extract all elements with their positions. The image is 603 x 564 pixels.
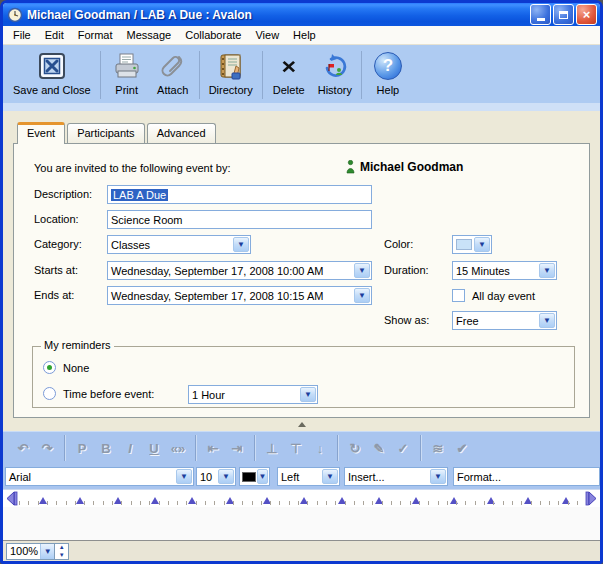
spinner-up-icon: ▲ — [55, 544, 68, 552]
tab-stop-marker[interactable] — [151, 497, 159, 504]
chevron-down-icon: ▼ — [430, 469, 446, 484]
color-select[interactable]: ▼ — [452, 235, 492, 254]
tab-strip: Event Participants Advanced — [3, 111, 600, 143]
tab-advanced[interactable]: Advanced — [147, 123, 216, 143]
tab-stop-marker[interactable] — [114, 497, 122, 504]
close-button[interactable]: × — [576, 4, 597, 25]
tab-stop-marker[interactable] — [450, 497, 458, 504]
location-label: Location: — [34, 213, 79, 225]
chevron-down-icon: ▼ — [218, 469, 234, 484]
redo-icon[interactable]: ↷ — [36, 441, 58, 456]
zoom-spinner[interactable]: ▲ ▼ — [55, 543, 69, 560]
alignment-select[interactable]: Left ▼ — [277, 467, 340, 486]
format-menu-select[interactable]: Format... — [453, 467, 600, 486]
menu-view[interactable]: View — [248, 27, 286, 43]
starts-at-select[interactable]: Wednesday, September 17, 2008 10:00 AM ▼ — [107, 261, 372, 280]
revert-icon[interactable]: ↻ — [344, 441, 366, 456]
menu-message[interactable]: Message — [120, 27, 179, 43]
italic-icon[interactable]: I — [119, 441, 141, 456]
save-and-close-button[interactable]: Save and Close — [7, 47, 97, 103]
toolbar-separator — [361, 51, 362, 99]
chevron-down-icon: ▼ — [40, 544, 54, 559]
undo-icon[interactable]: ↶ — [12, 441, 34, 456]
reminder-time-radio[interactable] — [43, 387, 56, 400]
directory-button[interactable]: Directory — [203, 47, 259, 103]
tab-stop-marker[interactable] — [562, 497, 570, 504]
tab-stop-marker[interactable] — [524, 497, 532, 504]
history-button[interactable]: History — [312, 47, 358, 103]
tab-stop-marker[interactable] — [76, 497, 84, 504]
menu-file[interactable]: File — [6, 27, 38, 43]
tab-stop-marker[interactable] — [338, 497, 346, 504]
tab-stop-marker[interactable] — [188, 497, 196, 504]
all-day-checkbox[interactable] — [452, 289, 465, 302]
font-name-select[interactable]: Arial ▼ — [5, 467, 194, 486]
insert-menu-select[interactable]: Insert... ▼ — [344, 467, 448, 486]
reminder-none-radio[interactable] — [43, 361, 56, 374]
paragraph-icon[interactable]: P — [71, 441, 93, 456]
directory-book-icon — [214, 49, 248, 83]
zoom-level-value: 100% — [10, 545, 38, 557]
toolbar-separator — [199, 51, 200, 99]
main-toolbar: Save and Close Print — [3, 45, 600, 111]
tab-participants[interactable]: Participants — [67, 123, 144, 143]
tab-stop-marker[interactable] — [263, 497, 271, 504]
help-button[interactable]: ? Help — [365, 47, 411, 103]
minimize-button[interactable] — [530, 4, 551, 25]
signature-icon[interactable]: ≋ — [427, 441, 449, 456]
chevron-down-icon: ▼ — [233, 237, 249, 252]
maximize-button[interactable] — [553, 4, 574, 25]
chevron-down-icon: ▼ — [354, 288, 370, 303]
spellcheck-icon[interactable]: ✔ — [451, 441, 473, 456]
tab-stop-marker[interactable] — [487, 497, 495, 504]
duration-select[interactable]: 15 Minutes ▼ — [452, 261, 557, 280]
menu-help[interactable]: Help — [286, 27, 323, 43]
delete-button[interactable]: × Delete — [266, 47, 312, 103]
invited-by-label: You are invited to the following event b… — [34, 162, 231, 174]
tab-event[interactable]: Event — [17, 122, 65, 144]
print-button[interactable]: Print — [104, 47, 150, 103]
tab-stop-icon[interactable]: ⊥ — [261, 441, 283, 456]
underline-icon[interactable]: U — [143, 441, 165, 456]
left-indent-marker[interactable] — [4, 491, 18, 506]
pane-splitter[interactable] — [3, 418, 600, 431]
accept-icon[interactable]: ✓ — [392, 441, 414, 456]
outdent-icon[interactable]: ⇤ — [202, 441, 224, 456]
quote-icon[interactable]: «» — [167, 441, 189, 456]
color-swatch — [456, 239, 472, 250]
description-input[interactable]: LAB A Due — [107, 185, 372, 204]
application-window: Michael Goodman / LAB A Due : Avalon × F… — [0, 0, 603, 564]
help-question-icon: ? — [371, 49, 405, 83]
show-as-select[interactable]: Free ▼ — [452, 311, 557, 330]
bold-icon[interactable]: B — [95, 441, 117, 456]
menu-edit[interactable]: Edit — [38, 27, 71, 43]
margin-stop-icon[interactable]: ⊤ — [285, 441, 307, 456]
move-down-icon[interactable]: ↓ — [309, 441, 331, 456]
indent-icon[interactable]: ⇥ — [226, 441, 248, 456]
tab-stop-marker[interactable] — [412, 497, 420, 504]
edit-pen-icon[interactable]: ✎ — [368, 441, 390, 456]
menu-format[interactable]: Format — [71, 27, 120, 43]
tab-stop-marker[interactable] — [375, 497, 383, 504]
chevron-down-icon: ▼ — [257, 469, 268, 484]
titlebar[interactable]: Michael Goodman / LAB A Due : Avalon × — [3, 3, 600, 26]
tab-stop-marker[interactable] — [300, 497, 308, 504]
location-input[interactable]: Science Room — [107, 210, 372, 229]
reminder-time-select[interactable]: 1 Hour ▼ — [188, 385, 318, 404]
tab-stop-marker[interactable] — [226, 497, 234, 504]
color-label: Color: — [384, 238, 413, 250]
menu-collaborate[interactable]: Collaborate — [178, 27, 248, 43]
ends-at-select[interactable]: Wednesday, September 17, 2008 10:15 AM ▼ — [107, 286, 372, 305]
reminder-time-label: Time before event: — [63, 388, 154, 400]
message-body-area[interactable] — [3, 507, 600, 540]
zoom-level-select[interactable]: 100% ▼ — [6, 543, 55, 560]
delete-x-icon: × — [272, 49, 306, 83]
history-icon — [318, 49, 352, 83]
attach-button[interactable]: Attach — [150, 47, 196, 103]
text-color-select[interactable]: ▼ — [239, 467, 270, 486]
right-indent-marker[interactable] — [585, 491, 599, 506]
font-size-select[interactable]: 10 ▼ — [196, 467, 236, 486]
show-as-label: Show as: — [384, 314, 429, 326]
category-select[interactable]: Classes ▼ — [107, 235, 251, 254]
tab-stop-marker[interactable] — [39, 497, 47, 504]
